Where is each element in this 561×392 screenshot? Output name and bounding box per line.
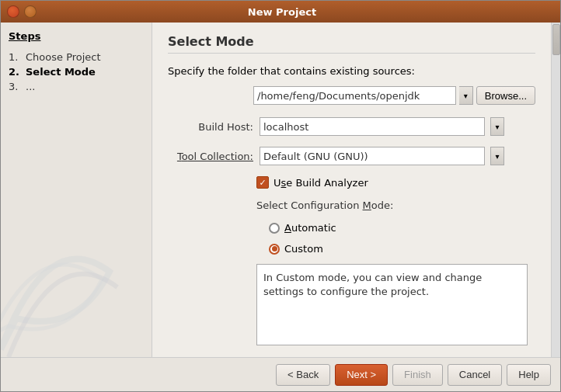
tool-collection-label: Tool Collection: [168, 151, 253, 162]
scrollbar[interactable] [551, 23, 560, 357]
build-host-arrow[interactable] [490, 117, 504, 136]
close-button[interactable] [7, 5, 19, 18]
tool-collection-value: Default (GNU (GNU)) [263, 151, 481, 162]
folder-description: Specify the folder that contains existin… [168, 65, 415, 77]
back-button[interactable]: < Back [276, 364, 330, 386]
tool-collection-row: Tool Collection: Default (GNU (GNU)) [168, 147, 535, 165]
tool-collection-arrow[interactable] [490, 147, 504, 165]
finish-button[interactable]: Finish [392, 364, 443, 386]
help-button[interactable]: Help [507, 364, 551, 386]
automatic-radio[interactable] [269, 223, 280, 234]
build-analyzer-label: Use Build Analyzer [274, 177, 368, 189]
path-value: /home/feng/Documents/openjdk [257, 90, 452, 102]
step-2-num: 2. [9, 66, 21, 78]
scrollbar-thumb[interactable] [552, 24, 560, 55]
description-box: In Custom mode, you can view and change … [256, 264, 528, 345]
step-1: 1. Choose Project [9, 50, 144, 64]
step-1-num: 1. [9, 51, 21, 63]
footer: < Back Next > Finish Cancel Help [1, 357, 560, 391]
custom-label: Custom [284, 243, 323, 255]
sidebar-watermark [1, 210, 141, 357]
step-3: 3. ... [9, 79, 144, 94]
main-panel: Select Mode Specify the folder that cont… [152, 23, 551, 357]
build-analyzer-checkbox[interactable] [256, 176, 269, 189]
build-host-combo[interactable]: localhost [260, 117, 485, 136]
step-1-label: Choose Project [26, 51, 101, 63]
description-text: In Custom mode, you can view and change … [263, 272, 482, 297]
step-2: 2. Select Mode [9, 64, 144, 79]
page-title: Select Mode [168, 34, 535, 54]
step-3-num: 3. [9, 81, 21, 92]
steps-heading: Steps [9, 30, 144, 42]
minimize-button[interactable] [24, 5, 37, 18]
path-row: /home/feng/Documents/openjdk Browse... [168, 86, 535, 105]
path-combo-arrow[interactable] [459, 86, 473, 105]
browse-button[interactable]: Browse... [476, 86, 535, 105]
steps-list: 1. Choose Project 2. Select Mode 3. ... [9, 50, 144, 94]
step-2-label: Select Mode [26, 66, 96, 78]
titlebar: New Project [1, 1, 560, 23]
automatic-radio-row: Automatic [168, 222, 535, 234]
step-3-label: ... [26, 81, 35, 92]
build-analyzer-row: Use Build Analyzer [168, 176, 535, 189]
automatic-label: Automatic [284, 222, 336, 234]
sidebar: Steps 1. Choose Project 2. Select Mode 3… [1, 23, 152, 357]
window: New Project Steps 1. Choose Project 2. S… [0, 0, 561, 392]
build-host-row: Build Host: localhost [168, 117, 535, 136]
path-combo[interactable]: /home/feng/Documents/openjdk [253, 86, 456, 105]
build-host-value: localhost [263, 121, 481, 133]
build-host-label: Build Host: [168, 121, 253, 133]
folder-label-row: Specify the folder that contains existin… [168, 65, 535, 77]
content-area: Steps 1. Choose Project 2. Select Mode 3… [1, 23, 560, 357]
custom-radio-row: Custom [168, 243, 535, 255]
next-button[interactable]: Next > [335, 364, 388, 386]
tool-collection-combo[interactable]: Default (GNU (GNU)) [260, 147, 485, 165]
cancel-button[interactable]: Cancel [448, 364, 502, 386]
config-mode-label: Select Configuration Mode: [168, 199, 535, 211]
window-title: New Project [41, 6, 523, 18]
custom-radio[interactable] [269, 244, 280, 255]
